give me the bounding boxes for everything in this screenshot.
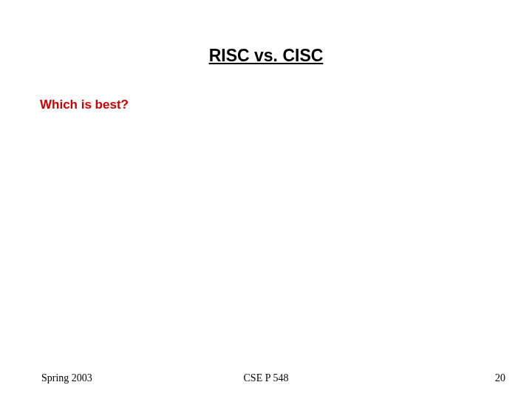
footer-course: CSE P 548	[0, 372, 532, 384]
slide-title: RISC vs. CISC	[0, 46, 532, 66]
footer-page-number: 20	[495, 372, 505, 384]
slide-body-text: Which is best?	[40, 98, 129, 112]
